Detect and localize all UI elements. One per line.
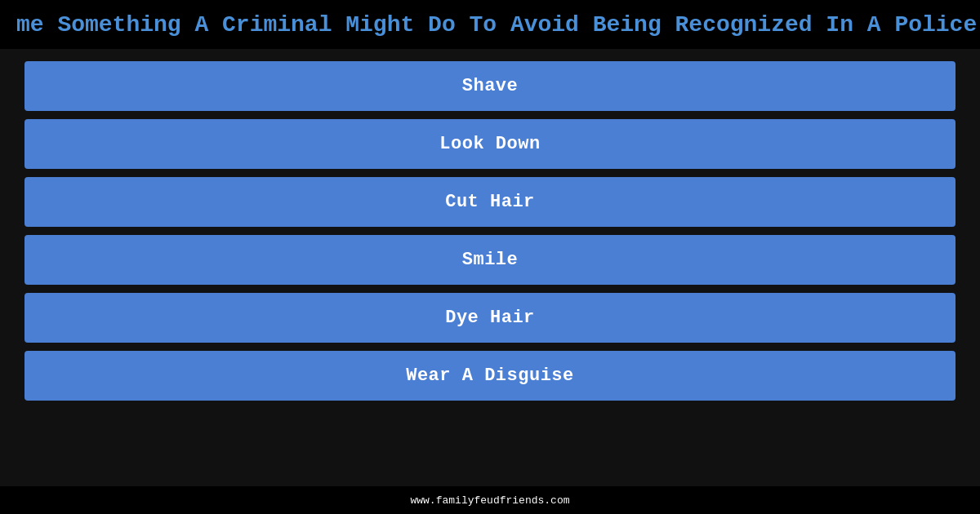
question-header: me Something A Criminal Might Do To Avoi…: [0, 0, 980, 49]
answer-label-4: Smile: [462, 250, 519, 270]
footer-url: www.familyfeudfriends.com: [410, 494, 569, 507]
footer: www.familyfeudfriends.com: [0, 486, 980, 514]
answer-label-3: Cut Hair: [445, 192, 535, 212]
answer-label-1: Shave: [462, 76, 519, 96]
answer-button-1[interactable]: Shave: [24, 61, 956, 111]
answer-label-2: Look Down: [439, 134, 540, 154]
answers-container: ShaveLook DownCut HairSmileDye HairWear …: [0, 49, 980, 486]
answer-button-6[interactable]: Wear A Disguise: [24, 351, 956, 401]
question-text: me Something A Criminal Might Do To Avoi…: [16, 12, 980, 38]
answer-button-3[interactable]: Cut Hair: [24, 177, 956, 227]
answer-button-4[interactable]: Smile: [24, 235, 956, 285]
answer-button-2[interactable]: Look Down: [24, 119, 956, 169]
answer-label-6: Wear A Disguise: [406, 366, 574, 386]
answer-button-5[interactable]: Dye Hair: [24, 293, 956, 343]
answer-label-5: Dye Hair: [445, 308, 535, 328]
